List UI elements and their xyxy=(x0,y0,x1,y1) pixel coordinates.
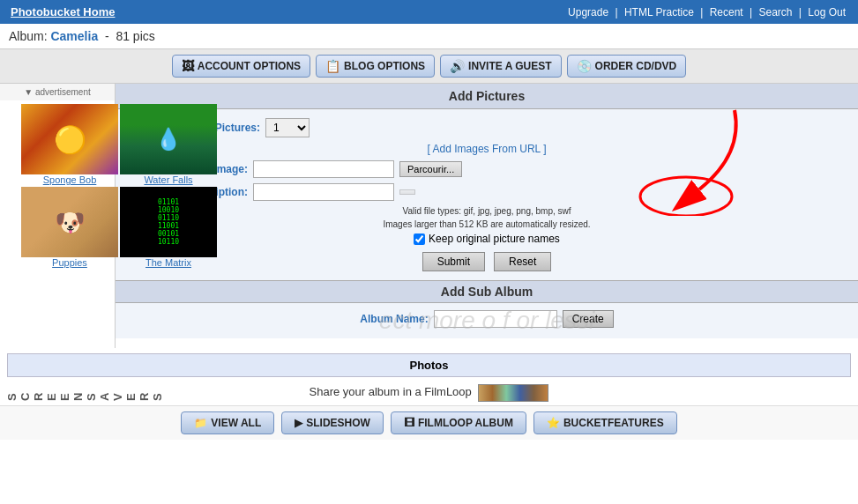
sub-album-form: Album Name: Create xyxy=(116,303,858,335)
bottom-nav: 📁 VIEW ALL ▶ SLIDESHOW 🎞 FILMLOOP ALBUM … xyxy=(0,405,858,440)
view-all-label: VIEW ALL xyxy=(211,417,261,429)
logout-link[interactable]: Log Out xyxy=(808,6,846,19)
file-note1: Valid file types: gif, jpg, jpeg, png, b… xyxy=(133,206,840,216)
account-options-button[interactable]: 🖼 ACCOUNT OPTIONS xyxy=(172,55,310,78)
star-icon: ⭐ xyxy=(547,417,560,429)
filmloop-label: Share your album in a FilmLoop xyxy=(310,385,472,398)
main-content: ▼ advertisement SCREENSAVERS 🟡 Sponge Bo… xyxy=(0,84,858,348)
filmloop-album-button[interactable]: 🎞 FILMLOOP ALBUM xyxy=(391,411,526,434)
submit-multiple-select[interactable]: 1 2 3 4 5 xyxy=(265,118,310,137)
reset-button[interactable]: Reset xyxy=(494,252,551,271)
html-practice-link[interactable]: HTML Practice xyxy=(624,6,694,19)
ad-label: ▼ advertisement xyxy=(0,84,115,100)
album-pic-count: 81 pics xyxy=(116,29,154,43)
browse-button[interactable]: Parcourir... xyxy=(399,161,462,177)
recent-link[interactable]: Recent xyxy=(710,6,743,19)
bucket-features-button[interactable]: ⭐ BUCKETFEATURES xyxy=(533,411,677,434)
sidebar: ▼ advertisement SCREENSAVERS 🟡 Sponge Bo… xyxy=(0,84,115,348)
order-cd-label: ORDER CD/DVD xyxy=(595,60,677,72)
add-sub-album-title: Add Sub Album xyxy=(116,280,858,303)
upload-form: Submit Multiple Pictures: 1 2 3 4 5 [ Ad… xyxy=(116,109,858,280)
keep-names-label: Keep original picture names xyxy=(429,233,560,245)
submit-multiple-row: Submit Multiple Pictures: 1 2 3 4 5 xyxy=(133,118,840,137)
create-button[interactable]: Create xyxy=(563,310,614,328)
account-options-label: ACCOUNT OPTIONS xyxy=(198,60,301,72)
file-note2: Images larger than 512 KB are automatica… xyxy=(133,219,840,229)
header: Photobucket Home Upgrade | HTML Practice… xyxy=(0,0,858,24)
album-name-input[interactable] xyxy=(434,310,557,328)
cd-icon: 💿 xyxy=(577,59,592,73)
invite-guest-button[interactable]: 🔊 INVITE A GUEST xyxy=(440,55,561,78)
album-name-label: Album Name: xyxy=(360,313,428,325)
image-row: Image: Parcourir... xyxy=(133,160,840,178)
upgrade-link[interactable]: Upgrade xyxy=(568,6,608,19)
add-url-row: [ Add Images From URL ] xyxy=(133,143,840,155)
submit-button[interactable]: Submit xyxy=(422,252,485,271)
water-falls-thumb: 💧 xyxy=(120,104,217,174)
order-cd-button[interactable]: 💿 ORDER CD/DVD xyxy=(567,55,687,78)
folder-icon: 📁 xyxy=(194,417,207,429)
add-url-link[interactable]: [ Add Images From URL ] xyxy=(428,143,547,155)
filmloop-album-label: FILMLOOP ALBUM xyxy=(418,417,513,429)
album-name: Camelia xyxy=(50,29,98,43)
description-browse-button[interactable] xyxy=(399,189,415,195)
search-link[interactable]: Search xyxy=(758,6,792,19)
filmloop-strip xyxy=(478,384,548,402)
account-icon: 🖼 xyxy=(182,59,194,73)
add-pictures-title: Add Pictures xyxy=(116,84,858,109)
description-input[interactable] xyxy=(253,183,394,201)
play-icon: ▶ xyxy=(295,417,302,429)
description-row: Description: xyxy=(133,183,840,201)
filmloop-icon: 🎞 xyxy=(404,417,414,429)
album-title: Album: Camelia - 81 pics xyxy=(0,24,858,48)
water-falls-photo: 💧 Water Falls xyxy=(120,104,217,185)
keep-names-checkbox[interactable] xyxy=(414,233,425,245)
keep-names-row: Keep original picture names xyxy=(133,233,840,245)
action-buttons: Submit Reset xyxy=(133,252,840,271)
right-panel: Add Pictures Submit Multiple Pictures: 1… xyxy=(115,84,858,348)
view-all-button[interactable]: 📁 VIEW ALL xyxy=(181,411,274,434)
slideshow-label: SLIDESHOW xyxy=(306,417,370,429)
home-link[interactable]: Photobucket Home xyxy=(11,5,115,19)
sub-album-section: Add Sub Album ect more o f or lessi Albu… xyxy=(116,280,858,338)
blog-options-label: BLOG OPTIONS xyxy=(344,60,425,72)
invite-guest-label: INVITE A GUEST xyxy=(468,60,551,72)
blog-icon: 📋 xyxy=(325,59,340,73)
image-input[interactable] xyxy=(253,160,394,178)
invite-icon: 🔊 xyxy=(450,59,465,73)
slideshow-button[interactable]: ▶ SLIDESHOW xyxy=(281,411,384,434)
header-nav: Upgrade | HTML Practice | Recent | Searc… xyxy=(566,6,847,19)
bucket-features-label: BUCKETFEATURES xyxy=(563,417,664,429)
blog-options-button[interactable]: 📋 BLOG OPTIONS xyxy=(316,55,435,78)
toolbar: 🖼 ACCOUNT OPTIONS 📋 BLOG OPTIONS 🔊 INVIT… xyxy=(0,48,858,84)
